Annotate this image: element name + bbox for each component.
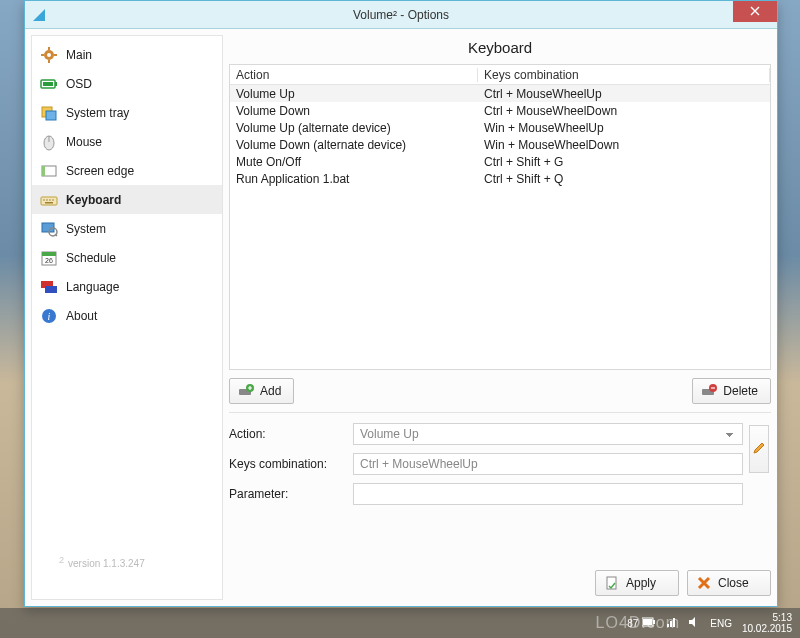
sidebar-item-schedule[interactable]: 26 Schedule: [32, 243, 222, 272]
apply-icon: [604, 575, 620, 591]
window-title: Volume² - Options: [25, 8, 777, 22]
shortcuts-table[interactable]: Action Keys combination Volume Up Ctrl +…: [229, 64, 771, 370]
svg-rect-9: [55, 82, 57, 86]
svg-rect-16: [41, 197, 57, 205]
add-icon: [238, 383, 254, 399]
table-row[interactable]: Volume Down (alternate device) Win + Mou…: [230, 136, 770, 153]
mouse-icon: [40, 133, 58, 151]
svg-rect-41: [670, 621, 672, 627]
svg-marker-43: [689, 617, 695, 627]
sidebar-item-about[interactable]: i About: [32, 301, 222, 330]
svg-text:i: i: [48, 311, 51, 322]
main-panel: Keyboard Action Keys combination Volume …: [229, 35, 771, 600]
tray-volume-icon[interactable]: [688, 616, 700, 630]
delete-label: Delete: [723, 384, 758, 398]
table-row[interactable]: Volume Down Ctrl + MouseWheelDown: [230, 102, 770, 119]
close-x-icon: [696, 575, 712, 591]
titlebar[interactable]: Volume² - Options: [25, 1, 777, 29]
sidebar-item-screen-edge[interactable]: Screen edge: [32, 156, 222, 185]
svg-rect-8: [43, 82, 53, 86]
param-input[interactable]: [353, 483, 743, 505]
column-action[interactable]: Action: [230, 68, 478, 82]
table-row[interactable]: Mute On/Off Ctrl + Shift + G: [230, 153, 770, 170]
window-close-button[interactable]: [733, 1, 777, 22]
info-icon: i: [40, 307, 58, 325]
svg-rect-4: [48, 60, 50, 63]
sidebar-item-label: Screen edge: [66, 164, 134, 178]
tray-icon: [40, 104, 58, 122]
sidebar-item-system-tray[interactable]: System tray: [32, 98, 222, 127]
cell-keys: Win + MouseWheelDown: [478, 138, 770, 152]
taskbar[interactable]: 87 ENG 5:13 10.02.2015: [0, 608, 800, 638]
calendar-icon: 26: [40, 249, 58, 267]
tray-clock[interactable]: 5:13 10.02.2015: [742, 612, 792, 634]
system-icon: [40, 220, 58, 238]
form-area: Action: Volume Up Keys combination: Para…: [229, 412, 771, 505]
svg-rect-15: [42, 166, 45, 176]
svg-rect-42: [673, 618, 675, 627]
svg-point-20: [52, 199, 54, 201]
language-icon: [40, 278, 58, 296]
svg-point-17: [43, 199, 45, 201]
sidebar-item-label: System: [66, 222, 106, 236]
sidebar-item-main[interactable]: Main: [32, 40, 222, 69]
svg-point-18: [46, 199, 48, 201]
table-row[interactable]: Volume Up Ctrl + MouseWheelUp: [230, 85, 770, 102]
svg-rect-11: [46, 111, 56, 120]
apply-label: Apply: [626, 576, 656, 590]
edit-hotkey-button[interactable]: [749, 425, 769, 473]
pencil-icon: [752, 441, 766, 458]
footer-buttons: Apply Close: [229, 560, 771, 600]
svg-rect-6: [54, 54, 57, 56]
keys-input[interactable]: [353, 453, 743, 475]
sidebar-item-keyboard[interactable]: Keyboard: [32, 185, 222, 214]
sidebar-item-label: Schedule: [66, 251, 116, 265]
svg-rect-5: [41, 54, 44, 56]
sidebar-item-label: Keyboard: [66, 193, 121, 207]
svg-point-19: [49, 199, 51, 201]
cell-keys: Win + MouseWheelUp: [478, 121, 770, 135]
sidebar-item-label: OSD: [66, 77, 92, 91]
cell-keys: Ctrl + MouseWheelDown: [478, 104, 770, 118]
table-buttons: Add Delete: [229, 378, 771, 404]
delete-icon: [701, 383, 717, 399]
sidebar-item-language[interactable]: Language: [32, 272, 222, 301]
cell-action: Run Application 1.bat: [230, 172, 478, 186]
cell-keys: Ctrl + MouseWheelUp: [478, 87, 770, 101]
svg-rect-3: [48, 47, 50, 50]
cell-action: Volume Down (alternate device): [230, 138, 478, 152]
screen-edge-icon: [40, 162, 58, 180]
param-label: Parameter:: [229, 487, 347, 501]
sidebar-item-mouse[interactable]: Mouse: [32, 127, 222, 156]
gear-icon: [40, 46, 58, 64]
tray-language[interactable]: ENG: [710, 618, 732, 629]
options-window: Volume² - Options Main OSD System tray: [24, 0, 778, 607]
close-button[interactable]: Close: [687, 570, 771, 596]
add-button[interactable]: Add: [229, 378, 294, 404]
apply-button[interactable]: Apply: [595, 570, 679, 596]
action-select[interactable]: Volume Up: [353, 423, 743, 445]
table-row[interactable]: Volume Up (alternate device) Win + Mouse…: [230, 119, 770, 136]
svg-rect-26: [42, 252, 56, 256]
sidebar-item-label: Main: [66, 48, 92, 62]
sidebar-item-osd[interactable]: OSD: [32, 69, 222, 98]
table-row[interactable]: Run Application 1.bat Ctrl + Shift + Q: [230, 170, 770, 187]
window-body: Main OSD System tray Mouse Screen edge K…: [25, 29, 777, 606]
cell-action: Volume Down: [230, 104, 478, 118]
table-header: Action Keys combination: [230, 65, 770, 85]
svg-rect-39: [643, 619, 652, 625]
add-label: Add: [260, 384, 281, 398]
battery-icon: [40, 75, 58, 93]
sidebar-item-label: About: [66, 309, 97, 323]
action-label: Action:: [229, 427, 347, 441]
close-icon: [750, 5, 760, 19]
sidebar-item-label: Mouse: [66, 135, 102, 149]
delete-button[interactable]: Delete: [692, 378, 771, 404]
column-keys[interactable]: Keys combination: [478, 68, 770, 82]
tray-battery[interactable]: 87: [627, 617, 656, 629]
tray-network-icon[interactable]: [666, 616, 678, 630]
sidebar-item-system[interactable]: System: [32, 214, 222, 243]
sidebar: Main OSD System tray Mouse Screen edge K…: [31, 35, 223, 600]
svg-point-2: [47, 53, 51, 57]
svg-rect-21: [45, 202, 53, 204]
